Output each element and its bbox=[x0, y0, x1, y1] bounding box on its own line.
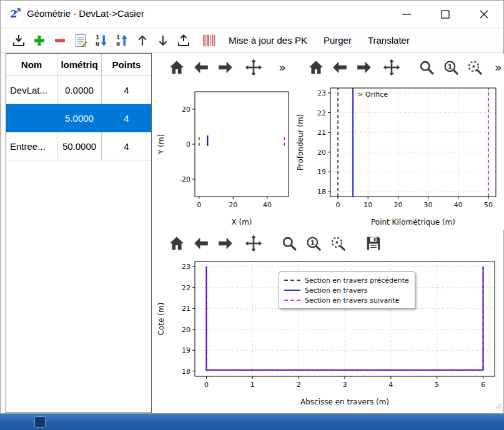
pan-button[interactable] bbox=[381, 57, 402, 78]
minimize-button[interactable] bbox=[387, 1, 426, 27]
toolbar-overflow-button[interactable]: » bbox=[492, 60, 504, 75]
x-tick-label: 30 bbox=[424, 201, 433, 209]
column-header-nom[interactable]: Nom bbox=[6, 54, 57, 76]
zoom-icon bbox=[281, 235, 297, 252]
xy-plot-toolbar: » bbox=[155, 54, 294, 81]
app-icon: 2 bbox=[8, 7, 22, 21]
table-row[interactable]: 5.0000 4 bbox=[6, 104, 151, 132]
home-button[interactable] bbox=[166, 233, 187, 254]
sections-table: Nom lométriq Points DevLat... 0.0000 4 5… bbox=[6, 53, 152, 413]
back-button[interactable] bbox=[190, 57, 212, 78]
translate-button[interactable]: Translater bbox=[360, 31, 418, 49]
taskbar-app-icon[interactable] bbox=[34, 416, 46, 428]
chart-profile[interactable]: 01020304050181920212223Point Kilométriqu… bbox=[294, 81, 501, 229]
cell-pk[interactable]: 0.0000 bbox=[57, 76, 102, 104]
move-down-button[interactable] bbox=[154, 31, 172, 50]
update-pk-button[interactable]: Mise à jour des PK bbox=[220, 31, 315, 49]
forward-icon bbox=[356, 59, 372, 76]
cell-points[interactable]: 4 bbox=[102, 104, 151, 132]
x-tick-label: 20 bbox=[393, 201, 402, 209]
zoom-1-button[interactable]: 1 bbox=[440, 57, 461, 78]
legend-label: Section en travers bbox=[305, 286, 368, 295]
back-icon bbox=[193, 59, 209, 76]
x-tick-label: 20 bbox=[229, 201, 237, 209]
y-tick-label: 20 bbox=[182, 105, 190, 114]
minimize-icon bbox=[400, 8, 413, 21]
cell-nom[interactable]: Entree... bbox=[6, 132, 57, 160]
maximize-button[interactable] bbox=[426, 1, 465, 27]
chart-xy-view[interactable]: 02040-20020X (m)Y (m) bbox=[155, 81, 294, 229]
zoom-button[interactable] bbox=[279, 233, 300, 254]
export-button[interactable] bbox=[174, 31, 193, 50]
cell-pk[interactable]: 50.0000 bbox=[57, 132, 102, 160]
cell-points[interactable]: 4 bbox=[102, 132, 151, 160]
zoom-button[interactable] bbox=[416, 57, 437, 78]
table-row[interactable]: Entree... 50.0000 4 bbox=[6, 132, 151, 160]
sort-descending-button[interactable]: 1 9 bbox=[92, 31, 111, 50]
window-title: Géométrie - DevLat->Casier bbox=[27, 8, 144, 19]
sections-stripes-icon bbox=[201, 32, 217, 49]
x-tick-label: 1 bbox=[250, 381, 255, 389]
y-tick-label: 21 bbox=[317, 129, 326, 137]
profile-plot-toolbar: 1 » bbox=[294, 54, 504, 81]
zoom-1-icon: 1 bbox=[443, 59, 459, 76]
zoom-rect-button[interactable] bbox=[327, 233, 348, 254]
sections-button[interactable] bbox=[200, 31, 219, 50]
home-icon bbox=[308, 59, 324, 76]
back-button[interactable] bbox=[329, 57, 350, 78]
cell-points[interactable]: 4 bbox=[102, 76, 151, 104]
pan-button[interactable] bbox=[243, 233, 264, 254]
taskbar[interactable] bbox=[0, 414, 504, 430]
toolbar-overflow-button[interactable]: » bbox=[276, 60, 289, 75]
forward-button[interactable] bbox=[215, 233, 236, 254]
y-tick-label: 20 bbox=[182, 326, 190, 334]
legend-line-sample bbox=[284, 287, 301, 293]
sort-ascending-button[interactable]: 1 9 bbox=[112, 31, 131, 50]
y-tick-label: 18 bbox=[317, 188, 326, 196]
x-tick-label: 10 bbox=[363, 201, 372, 209]
x-axis-label: X (m) bbox=[231, 218, 252, 227]
legend-item: Section en travers bbox=[284, 285, 409, 295]
back-button[interactable] bbox=[190, 233, 212, 254]
import-button[interactable] bbox=[9, 31, 28, 50]
xy-plot-panel: » 02040-20020X (m)Y (m) bbox=[155, 54, 294, 230]
y-tick-label: 18 bbox=[182, 368, 190, 376]
pan-icon bbox=[383, 59, 400, 76]
close-button[interactable] bbox=[465, 1, 503, 27]
forward-button[interactable] bbox=[215, 57, 236, 78]
forward-icon bbox=[217, 235, 234, 252]
column-header-points[interactable]: Points bbox=[102, 54, 151, 76]
zoom-rect-icon bbox=[467, 59, 483, 76]
add-icon bbox=[32, 33, 47, 48]
zoom-rect-button[interactable] bbox=[464, 57, 485, 78]
remove-icon bbox=[52, 33, 67, 48]
forward-button[interactable] bbox=[353, 57, 374, 78]
save-button[interactable] bbox=[363, 233, 384, 254]
purge-button[interactable]: Purger bbox=[315, 31, 360, 49]
zoom-1-button[interactable]: 1 bbox=[303, 233, 324, 254]
maximize-icon bbox=[439, 8, 452, 21]
pan-button[interactable] bbox=[243, 57, 264, 78]
table-row[interactable]: DevLat... 0.0000 4 bbox=[6, 76, 151, 104]
plot-border bbox=[195, 92, 289, 197]
add-button[interactable] bbox=[30, 31, 49, 50]
legend-line-sample bbox=[284, 297, 301, 303]
pan-icon bbox=[245, 235, 262, 252]
table-body: DevLat... 0.0000 4 5.0000 4 Entree... 50… bbox=[6, 76, 151, 160]
home-button[interactable] bbox=[166, 57, 187, 78]
cell-pk[interactable]: 5.0000 bbox=[57, 104, 102, 132]
column-header-pk[interactable]: lométriq bbox=[57, 54, 102, 76]
remove-button[interactable] bbox=[51, 31, 69, 50]
plot-border bbox=[330, 88, 496, 197]
close-icon bbox=[478, 8, 490, 21]
move-up-button[interactable] bbox=[133, 31, 152, 50]
edit-form-button[interactable] bbox=[71, 31, 90, 50]
cross-section-plot-panel: 1 bbox=[155, 230, 503, 413]
resize-grip[interactable] bbox=[493, 401, 502, 412]
home-button[interactable] bbox=[305, 57, 326, 78]
cell-nom[interactable] bbox=[6, 104, 57, 132]
toolbar-separator bbox=[267, 243, 279, 244]
titlebar[interactable]: 2 Géométrie - DevLat->Casier bbox=[1, 1, 503, 27]
cell-nom[interactable]: DevLat... bbox=[6, 76, 57, 104]
table-header-row: Nom lométriq Points bbox=[6, 54, 151, 76]
